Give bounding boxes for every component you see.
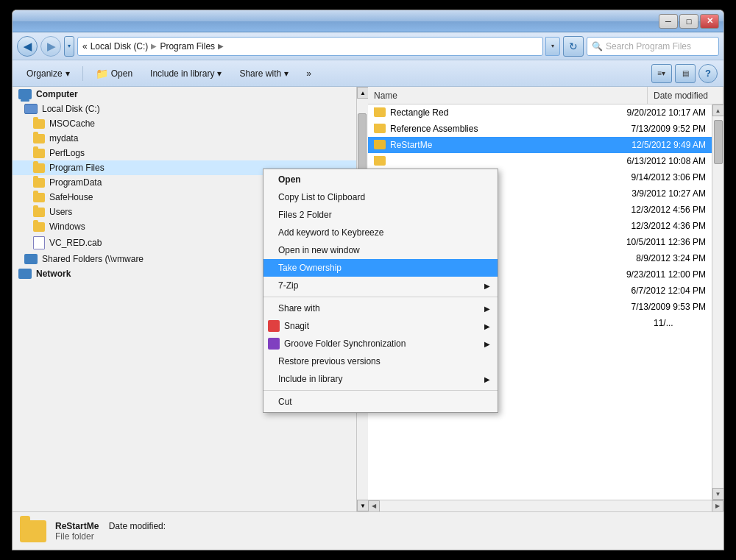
include-library-button[interactable]: Include in library ▾ — [142, 63, 230, 84]
toolbar-right: ≡ ▾ ▤ ? — [651, 64, 718, 83]
organize-button[interactable]: Organize ▾ — [18, 63, 78, 84]
sidebar-item-label: Shared Folders (\\vmware — [42, 254, 144, 264]
scroll-down-button[interactable]: ▼ — [712, 488, 724, 500]
status-date-label: Date modified: — [109, 521, 166, 531]
folder-icon — [374, 107, 386, 117]
ctx-item-restore-versions[interactable]: Restore previous versions — [263, 352, 498, 370]
ctx-item-label: Copy List to Clipboard — [278, 192, 365, 202]
sidebar-item-mydata[interactable]: mydata — [13, 131, 356, 146]
file-cell-date: 8/9/2012 3:24 PM — [630, 253, 712, 263]
ctx-item-groove[interactable]: Groove Folder Synchronization ▶ — [263, 335, 498, 352]
status-type: File folder — [55, 531, 166, 542]
open-button[interactable]: 📁 Open — [88, 63, 141, 84]
maximize-button[interactable]: □ — [679, 14, 698, 29]
search-box[interactable]: 🔍 Search Program Files — [587, 37, 719, 56]
preview-button[interactable]: ▤ — [675, 64, 696, 83]
ctx-item-open-new-window[interactable]: Open in new window — [263, 241, 498, 259]
sidebar-item-label: SafeHouse — [49, 192, 93, 202]
explorer-window: ─ □ ✕ ◀ ▶ ▾ « Local Disk (C:) ▶ Program … — [12, 10, 724, 550]
file-list-header: Name Date modified — [368, 87, 723, 104]
sidebar-scroll-up[interactable]: ▲ — [357, 87, 368, 99]
ctx-item-share-with[interactable]: Share with ▶ — [263, 300, 498, 317]
folder-icon — [33, 134, 45, 143]
preview-icon: ▤ — [682, 69, 689, 77]
sidebar-item-label: MSOCache — [49, 118, 95, 129]
ctx-item-take-ownership[interactable]: Take Ownership — [263, 259, 498, 277]
address-dropdown-button[interactable]: ▾ — [545, 37, 560, 56]
nav-dropdown-button[interactable]: ▾ — [64, 36, 74, 57]
sidebar-item-label: Windows — [49, 221, 85, 232]
search-placeholder: Search Program Files — [606, 41, 691, 52]
ctx-item-cut[interactable]: Cut — [263, 393, 498, 411]
minimize-button[interactable]: ─ — [659, 14, 678, 29]
col-header-name[interactable]: Name — [368, 87, 648, 104]
ctx-item-label: Open — [278, 174, 301, 185]
context-menu: Open Copy List to Clipboard Files 2 Fold… — [263, 169, 498, 413]
sidebar-item-label: PerfLogs — [49, 148, 85, 158]
open-icon: 📁 — [96, 68, 108, 79]
file-cell-date: 12/3/2012 4:36 PM — [626, 221, 712, 231]
share-with-button[interactable]: Share with ▾ — [231, 63, 297, 84]
file-row[interactable]: Reference Assemblies 7/13/2009 9:52 PM — [368, 121, 712, 137]
sidebar-scroll-thumb[interactable] — [358, 113, 367, 172]
share-with-arrow: ▾ — [284, 68, 289, 79]
file-row[interactable]: Rectangle Red 9/20/2012 10:17 AM — [368, 104, 712, 121]
more-button[interactable]: » — [298, 63, 319, 84]
file-cell-name: Rectangle Red — [368, 107, 621, 118]
sidebar-item-msocache[interactable]: MSOCache — [13, 116, 356, 131]
computer-icon — [18, 89, 32, 99]
scroll-thumb[interactable] — [714, 120, 723, 164]
file-name: Reference Assemblies — [390, 124, 478, 134]
file-row-restartme[interactable]: ReStartMe 12/5/2012 9:49 AM — [368, 137, 712, 153]
ctx-submenu-arrow: ▶ — [484, 322, 490, 330]
ctx-item-snagit[interactable]: Snagit ▶ — [263, 317, 498, 335]
groove-icon — [268, 338, 280, 350]
scroll-up-button[interactable]: ▲ — [712, 104, 724, 116]
ctx-item-files2folder[interactable]: Files 2 Folder — [263, 206, 498, 224]
search-icon: 🔍 — [592, 41, 603, 52]
ctx-item-open[interactable]: Open — [263, 171, 498, 188]
status-bar: ReStartMe Date modified: File folder — [13, 511, 723, 550]
forward-button[interactable]: ▶ — [40, 36, 61, 57]
help-icon: ? — [705, 68, 711, 79]
file-cell-name: Reference Assemblies — [368, 124, 626, 134]
sidebar-item-local-disk[interactable]: Local Disk (C:) — [13, 102, 356, 116]
share-with-label: Share with — [239, 68, 281, 79]
folder-icon — [33, 193, 45, 202]
ctx-item-copy-list[interactable]: Copy List to Clipboard — [263, 188, 498, 206]
address-path[interactable]: « Local Disk (C:) ▶ Program Files ▶ — [77, 37, 543, 56]
file-row[interactable]: 6/13/2012 10:08 AM — [368, 153, 712, 169]
file-cell-date: 6/7/2012 12:04 PM — [626, 286, 712, 296]
hscroll-right-button[interactable]: ▶ — [712, 500, 723, 512]
close-button[interactable]: ✕ — [700, 14, 719, 29]
title-bar-buttons: ─ □ ✕ — [659, 14, 719, 29]
folder-icon — [374, 124, 386, 133]
back-button[interactable]: ◀ — [17, 36, 38, 57]
help-button[interactable]: ? — [698, 64, 718, 83]
ctx-item-label: Share with — [278, 303, 320, 313]
col-header-date[interactable]: Date modified — [648, 87, 723, 104]
snagit-icon — [268, 320, 280, 332]
sidebar-item-perflogs[interactable]: PerfLogs — [13, 146, 356, 160]
hscroll-left-button[interactable]: ◀ — [368, 500, 380, 512]
sidebar-scroll-down[interactable]: ▼ — [357, 500, 368, 511]
view-button[interactable]: ≡ ▾ — [651, 64, 672, 83]
path-folder: Program Files — [160, 41, 215, 52]
ctx-item-label: Include in library — [278, 374, 342, 384]
sidebar-item-label: Network — [36, 269, 71, 279]
file-cell-date: 7/13/2009 9:52 PM — [626, 124, 712, 134]
ctx-item-7zip[interactable]: 7-Zip ▶ — [263, 277, 498, 294]
file-cell-date: 3/9/2012 10:27 AM — [626, 188, 712, 199]
ctx-item-label: Restore previous versions — [278, 356, 381, 366]
refresh-button[interactable]: ↻ — [563, 36, 584, 57]
status-info: ReStartMe Date modified: File folder — [55, 521, 166, 542]
open-label: Open — [111, 68, 132, 79]
ctx-submenu-arrow: ▶ — [484, 305, 490, 313]
ctx-item-include-library[interactable]: Include in library ▶ — [263, 370, 498, 388]
sidebar-item-computer[interactable]: Computer — [13, 87, 356, 102]
ctx-item-add-keyword[interactable]: Add keyword to Keybreeze — [263, 224, 498, 241]
ctx-item-label: Groove Folder Synchronization — [284, 339, 406, 349]
folder-icon — [374, 156, 386, 166]
sidebar-item-label: ProgramData — [49, 177, 102, 188]
sidebar-item-label: Local Disk (C:) — [42, 104, 100, 114]
